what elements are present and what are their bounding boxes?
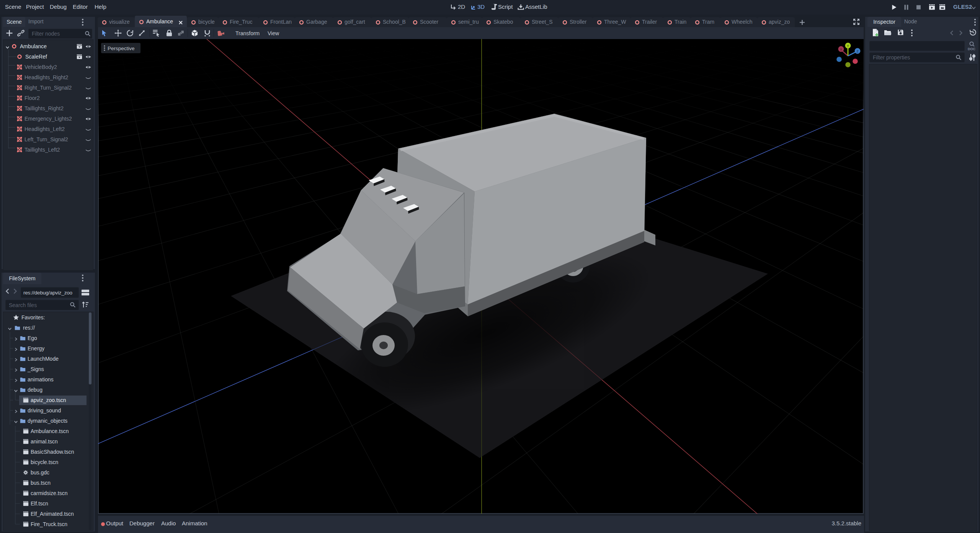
svg-text:DOC: DOC — [968, 47, 976, 51]
svg-text:Y: Y — [847, 44, 849, 48]
svg-text:X: X — [840, 47, 842, 51]
svg-text:Z: Z — [856, 49, 859, 53]
svg-text:Perspective: Perspective — [108, 46, 135, 51]
